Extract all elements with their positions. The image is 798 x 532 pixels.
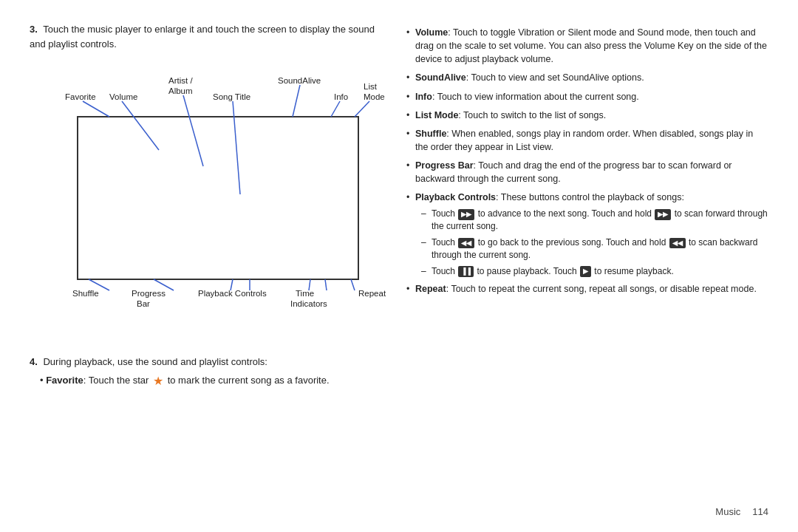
svg-line-14 <box>351 279 355 290</box>
footer-section: Music <box>715 506 740 517</box>
icon-rewind: ◀◀ <box>458 238 474 249</box>
svg-line-5 <box>293 85 300 117</box>
bullet-progressbar: Progress Bar: Touch and drag the end of … <box>406 159 768 185</box>
label-shuffle: Shuffle <box>72 289 99 298</box>
bullet-shuffle: Shuffle: When enabled, songs play in ran… <box>406 127 768 154</box>
svg-line-7 <box>355 101 369 117</box>
subbullet-rewind: Touch ◀◀ to go back to the previous song… <box>421 236 768 262</box>
label-progressbar-1: Progress <box>132 289 166 298</box>
step3-text: 3. Touch the music player to enlarge it … <box>30 22 384 51</box>
label-time-1: Time <box>296 289 314 298</box>
icon-pause: ▐▐ <box>458 266 474 277</box>
label-artist: Artist / <box>168 76 193 85</box>
sub-bullet-list: Touch ▶▶ to advance to the next song. To… <box>421 208 768 277</box>
svg-rect-0 <box>78 117 358 279</box>
bullet-listmode: List Mode: Touch to switch to the list o… <box>406 109 768 122</box>
step4-subitem-favorite: • Favorite: Touch the star ★ to mark the… <box>40 372 384 390</box>
label-repeat: Repeat <box>358 289 386 298</box>
step4-number: 4. <box>30 356 38 367</box>
label-soundalive: SoundAlive <box>278 76 321 85</box>
bullet-volume: Volume: Touch to toggle Vibration or Sil… <box>406 26 768 66</box>
subbullet-pause: Touch ▐▐ to pause playback. Touch ▶ to r… <box>421 265 768 278</box>
label-time-2: Indicators <box>290 299 327 308</box>
label-playback: Playback Controls <box>198 289 267 298</box>
bullet-soundalive: SoundAlive: Touch to view and set SoundA… <box>406 71 768 84</box>
label-progressbar-2: Bar <box>137 299 150 308</box>
label-album: Album <box>168 86 193 95</box>
footer-page-number: 114 <box>752 506 768 517</box>
label-listmode-1: List <box>364 82 378 91</box>
step3-number: 3. <box>30 24 38 35</box>
left-column: 3. Touch the music player to enlarge it … <box>30 22 384 517</box>
label-info: Info <box>334 92 348 101</box>
subbullet-forward: Touch ▶▶ to advance to the next song. To… <box>421 208 768 233</box>
bullet-repeat: Repeat: Touch to repeat the current song… <box>406 282 768 296</box>
icon-fastforward2: ▶▶ <box>655 209 671 220</box>
icon-fastforward: ▶▶ <box>458 209 474 220</box>
icon-rewind2: ◀◀ <box>669 238 686 249</box>
svg-line-1 <box>83 101 109 117</box>
diagram-svg: Favorite Volume Artist / Album Song Titl… <box>44 61 392 342</box>
label-favorite: Favorite <box>65 92 96 101</box>
bullet-info: Info: Touch to view information about th… <box>406 90 768 103</box>
footer-page-info: Music 114 <box>715 506 768 517</box>
diagram-container: Favorite Volume Artist / Album Song Titl… <box>44 61 369 344</box>
step4-text: 4. During playback, use the sound and pl… <box>30 355 384 390</box>
right-column: Volume: Touch to toggle Vibration or Sil… <box>406 22 768 517</box>
svg-line-13 <box>325 279 327 290</box>
label-songtitle: Song Title <box>213 92 250 101</box>
label-volume: Volume <box>109 92 137 101</box>
icon-play: ▶ <box>580 266 591 277</box>
bullet-playbackcontrols: Playback Controls: These buttons control… <box>406 191 768 277</box>
star-icon: ★ <box>153 372 163 390</box>
footer: Music 114 <box>406 499 768 517</box>
label-listmode-2: Mode <box>364 92 385 101</box>
bullet-list: Volume: Touch to toggle Vibration or Sil… <box>406 26 768 301</box>
svg-line-6 <box>331 101 340 117</box>
